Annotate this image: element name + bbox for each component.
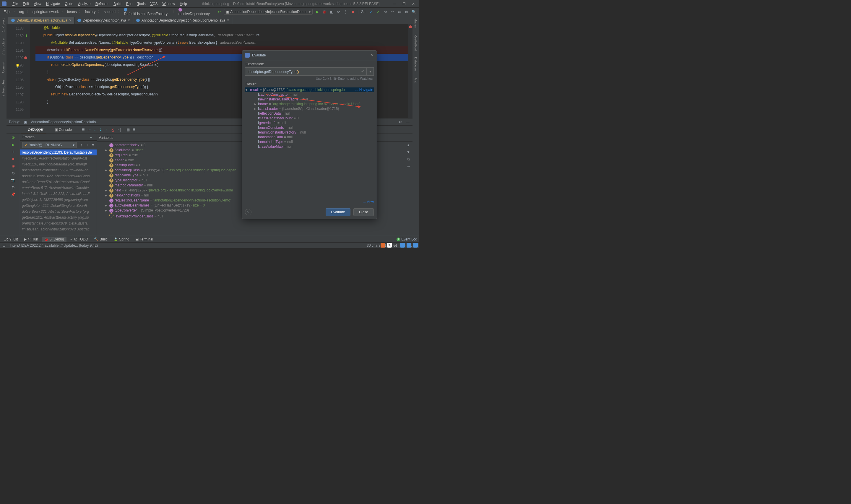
result-field[interactable]: fclassRedefinedCount = 0 [245, 116, 374, 121]
menu-run[interactable]: Run [124, 1, 135, 7]
right-tool-strip[interactable]: MavenRestfulToolDatabaseAnt [413, 16, 419, 241]
toolwindow-button[interactable]: ⎇9: Git [2, 237, 20, 242]
main-menu[interactable]: FileEditViewNavigateCodeAnalyzeRefactorB… [10, 1, 189, 7]
stack-frame[interactable]: preInstantiateSingletons:879, DefaultLis… [20, 220, 97, 226]
profile-icon[interactable]: ⟳ [336, 10, 341, 14]
editor-tabs[interactable]: DefaultListableBeanFactory.java×Dependen… [0, 16, 419, 24]
attach-icon[interactable]: ⋮ [343, 10, 348, 14]
get-thread-dump-icon[interactable]: 📷 [11, 178, 15, 182]
error-stripe[interactable] [409, 24, 413, 118]
left-tool-strip[interactable]: 1: Project7: StructureCommit2: Favorites [0, 16, 6, 241]
run-config-selector[interactable]: ▣ AnnotationDependencyInjectionResolutio… [224, 9, 313, 15]
tool-button[interactable]: Database [414, 56, 418, 72]
settings-debug-icon[interactable]: ⚙ [12, 185, 15, 190]
next-frame-icon[interactable]: ↓ [85, 143, 90, 147]
stack-frame[interactable]: resolveDependency:1193, DefaultListableB… [20, 149, 97, 156]
debug-icon[interactable]: 🐞 [322, 10, 327, 14]
toolwindow-button[interactable]: ▶4: Run [22, 237, 40, 242]
vcs-history-icon[interactable]: ⟲ [383, 10, 388, 14]
stack-frame[interactable]: createBean:517, AbstractAutowireCapable [20, 185, 97, 191]
stack-frame[interactable]: finishBeanFactoryInitialization:878, Abs… [20, 226, 97, 232]
prev-frame-icon[interactable]: ↑ [79, 143, 84, 147]
force-step-into-icon[interactable]: ⇣ [98, 127, 103, 132]
breadcrumb-item[interactable]: E.jar [2, 9, 12, 15]
minimize-icon[interactable]: — [393, 2, 397, 6]
close-icon[interactable]: ✕ [411, 2, 415, 6]
stack-frame[interactable]: doCreateBean:594, AbstractAutowireCapal [20, 179, 97, 185]
maximize-icon[interactable]: ☐ [402, 2, 406, 6]
stack-frame[interactable]: inject:640, AutowiredAnnotationBeanPost [20, 156, 97, 161]
stack-frame[interactable]: getBean:202, AbstractBeanFactory (org.sp [20, 215, 97, 220]
breadcrumb-method[interactable]: resolveDependency [177, 7, 214, 17]
result-field[interactable]: fenumConstantDirectory = null [245, 130, 374, 135]
bottom-toolwindow-bar[interactable]: ⎇9: Git▶4: Run🐞5: Debug✓6: TODO🔨Build🍃Sp… [0, 236, 419, 242]
editor-tab[interactable]: DefaultListableBeanFactory.java× [8, 17, 74, 24]
resume-icon[interactable]: ▶ [12, 143, 15, 147]
menu-code[interactable]: Code [62, 1, 76, 7]
tool-button[interactable]: 2: Favorites [1, 78, 5, 97]
result-field[interactable]: ▸fclassLoader = {Launcher$AppClassLoader… [245, 106, 374, 111]
expression-history-icon[interactable]: ▾ [367, 67, 374, 76]
tool-button[interactable]: 1: Project [1, 17, 5, 33]
tool-button[interactable]: Commit [1, 60, 5, 74]
stack-frame[interactable]: lambda$doGetBean$0:323, AbstractBeanF [20, 191, 97, 197]
editor-gutter[interactable]: 11881189⬆1190119111921193119411951196119… [6, 24, 30, 118]
breadcrumb-item[interactable]: beans [66, 9, 78, 15]
stack-frame[interactable]: populateBean:1422, AbstractAutowireCapa [20, 173, 97, 179]
toolwindow-button[interactable]: 🐞5: Debug [42, 237, 67, 242]
menu-analyze[interactable]: Analyze [76, 1, 93, 7]
tool-button[interactable]: RestfulTool [414, 33, 418, 52]
breadcrumb-item[interactable]: support [103, 9, 117, 15]
evaluate-titlebar[interactable]: Evaluate ✕ [242, 51, 377, 60]
vcs-update-icon[interactable]: ✓ [369, 10, 374, 14]
menu-window[interactable]: Window [160, 1, 177, 7]
run-toolbar[interactable]: ↩ ▣ AnnotationDependencyInjectionResolut… [214, 9, 419, 15]
evaluate-icon[interactable]: ▦ [126, 127, 130, 132]
status-message[interactable]: IntelliJ IDEA 2022.2.4 available: // Upd… [10, 244, 98, 248]
window-controls[interactable]: — ☐ ✕ [393, 2, 415, 6]
link-icon[interactable]: ∞ [406, 164, 411, 169]
editor-tab[interactable]: DependencyDescriptor.java× [74, 17, 133, 24]
result-field[interactable]: ▸fname = "org.xiaoge.thinking.in.spring.… [245, 102, 374, 106]
menu-refactor[interactable]: Refactor [93, 1, 111, 7]
help-icon[interactable]: ? [245, 209, 251, 215]
toolwindow-button[interactable]: ✓6: TODO [68, 237, 91, 242]
result-field[interactable]: fenumConstants = null [245, 125, 374, 130]
view-breakpoints-icon[interactable]: ◉ [12, 164, 15, 168]
tray-icon[interactable] [400, 243, 405, 248]
copy-icon[interactable]: ⧉ [406, 157, 411, 162]
menu-build[interactable]: Build [111, 1, 124, 7]
tool-button[interactable]: Maven [414, 17, 418, 29]
tool-button[interactable]: Ant [414, 76, 418, 84]
vcs-revert-icon[interactable]: ↶ [390, 10, 395, 14]
result-field[interactable]: fgenericInfo = null [245, 121, 374, 125]
pause-icon[interactable]: ⏸ [12, 150, 15, 154]
ime-icon[interactable]: 英 [387, 243, 392, 248]
breadcrumb-item[interactable]: org [18, 9, 25, 15]
tray-icon[interactable]: ☁ [394, 243, 398, 248]
menu-navigate[interactable]: Navigate [44, 1, 62, 7]
coverage-icon[interactable]: ◧ [329, 10, 334, 14]
expression-input[interactable]: descriptor.getDependencyType()⤢ [245, 67, 367, 76]
close-tab-icon[interactable]: × [128, 18, 130, 22]
breadcrumb-class[interactable]: DefaultListableBeanFactory [123, 7, 171, 17]
stop-debug-icon[interactable]: ■ [12, 157, 14, 161]
result-tree[interactable]: ▾ result = {Class@1773} "class org.xiaog… [244, 87, 375, 198]
tab-debugger[interactable]: Debugger [21, 126, 47, 133]
result-field[interactable]: fnewInstanceCallerCache = null [245, 97, 374, 102]
result-field[interactable]: fannotationType = null [245, 140, 374, 144]
step-out-icon[interactable]: ↑ [104, 127, 109, 132]
close-tab-icon[interactable]: × [227, 18, 229, 22]
minimize-panel-icon[interactable]: — [405, 120, 410, 124]
error-marker-icon[interactable] [409, 25, 412, 29]
breadcrumb-item[interactable]: springframework [31, 9, 60, 15]
menu-vcs[interactable]: VCS [148, 1, 160, 7]
evaluate-button[interactable]: Evaluate [326, 208, 351, 216]
back-arrow-icon[interactable]: ↩ [217, 10, 222, 14]
stack-frame[interactable]: getObject:-1, 1827725498 (org.springfram [20, 197, 97, 203]
close-button[interactable]: Close [354, 208, 374, 216]
breadcrumb-item[interactable]: factory [84, 9, 97, 15]
menu-help[interactable]: Help [177, 1, 189, 7]
menu-file[interactable]: File [10, 1, 20, 7]
drop-frame-icon[interactable]: ✕̲ [110, 127, 115, 132]
